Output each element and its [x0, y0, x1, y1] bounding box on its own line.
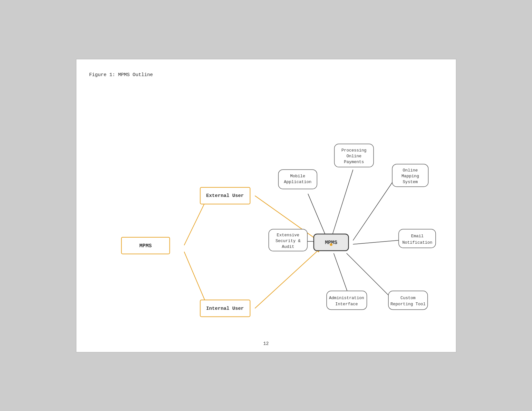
- mpms-left-label: MPMS: [139, 243, 152, 249]
- page-number: 12: [263, 341, 269, 346]
- svg-text:System: System: [402, 180, 418, 184]
- svg-line-5: [332, 170, 353, 236]
- svg-line-7: [353, 240, 401, 244]
- svg-text:Audit: Audit: [282, 244, 294, 249]
- svg-text:Extensive: Extensive: [276, 232, 299, 237]
- svg-text:Interface: Interface: [335, 302, 358, 307]
- svg-point-40: [330, 243, 332, 246]
- diagram-area: MPMS External User Internal User MPMS Mo…: [89, 84, 443, 348]
- external-user-label: External User: [206, 193, 244, 198]
- svg-text:Online: Online: [402, 168, 418, 173]
- svg-text:Mobile: Mobile: [290, 174, 305, 179]
- svg-text:Online: Online: [346, 154, 362, 159]
- svg-text:Administration: Administration: [329, 295, 364, 300]
- svg-text:Mapping: Mapping: [401, 174, 419, 179]
- svg-text:Notification: Notification: [402, 240, 432, 245]
- svg-line-3: [255, 248, 320, 308]
- svg-text:Reporting Tool: Reporting Tool: [390, 302, 425, 307]
- svg-line-6: [353, 179, 395, 240]
- page: Figure 1: MPMS Outline: [76, 59, 456, 352]
- figure-title: Figure 1: MPMS Outline: [89, 72, 443, 78]
- svg-text:Security &: Security &: [275, 238, 300, 243]
- svg-text:Application: Application: [284, 180, 312, 184]
- diagram-svg: MPMS External User Internal User MPMS Mo…: [89, 84, 443, 348]
- svg-text:Email: Email: [411, 233, 423, 238]
- svg-text:Payments: Payments: [344, 160, 364, 164]
- svg-text:Custom: Custom: [400, 295, 415, 300]
- internal-user-label: Internal User: [206, 306, 244, 311]
- svg-line-4: [308, 194, 325, 236]
- svg-text:Processing: Processing: [341, 148, 366, 153]
